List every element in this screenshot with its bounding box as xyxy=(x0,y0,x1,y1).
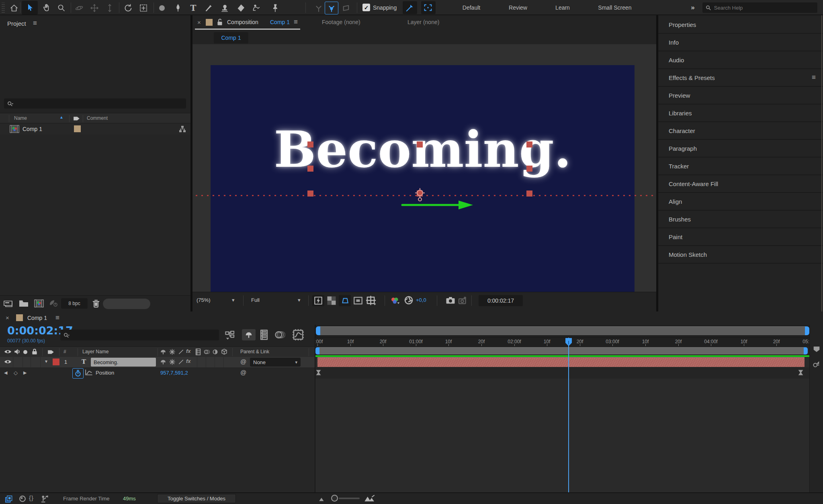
video-column-eye-icon[interactable] xyxy=(4,349,12,356)
previous-keyframe-icon[interactable]: ◀ xyxy=(4,370,7,375)
shy-layers-toggle[interactable] xyxy=(242,329,256,340)
property-value[interactable]: 957,7,591,2 xyxy=(160,370,188,376)
help-search-input[interactable] xyxy=(713,4,814,11)
project-panel-menu-icon[interactable]: ≡ xyxy=(33,19,37,27)
view-axis-mode-icon[interactable] xyxy=(341,3,351,13)
timeline-zoom-slider-knob[interactable] xyxy=(331,495,338,502)
work-area-start-handle[interactable] xyxy=(315,347,319,354)
frame-blending-toggle-icon[interactable] xyxy=(260,330,268,341)
shape-tool-icon[interactable] xyxy=(157,3,167,13)
index-column-header[interactable]: # xyxy=(63,349,66,354)
clone-stamp-tool-icon[interactable] xyxy=(219,3,230,13)
selection-handle[interactable] xyxy=(307,166,313,172)
timeline-search[interactable] xyxy=(60,330,219,340)
solo-column-icon[interactable] xyxy=(23,350,27,354)
property-name[interactable]: Position xyxy=(96,370,114,376)
chevron-down-icon[interactable]: ▾ xyxy=(298,297,301,303)
trash-icon[interactable] xyxy=(92,299,100,309)
layer-quality-switch[interactable] xyxy=(178,359,184,366)
local-axis-mode-icon[interactable] xyxy=(313,3,324,13)
toggle-switches-modes-button[interactable]: Toggle Switches / Modes xyxy=(157,494,236,503)
layer-duration-bar[interactable] xyxy=(317,357,805,367)
snapshot-camera-icon[interactable] xyxy=(446,296,455,307)
stopwatch-icon[interactable] xyxy=(72,368,84,379)
time-ruler[interactable]: 0:00f 10f 20f 01:00f 10f 20f 02:00f 10f … xyxy=(315,337,809,346)
viewer-subtab-comp1[interactable]: Comp 1 xyxy=(214,32,248,43)
composition-tab-target[interactable]: Comp 1 xyxy=(270,19,290,25)
layer-shy-switch[interactable] xyxy=(160,359,166,366)
layer-row[interactable]: ▾ 1 T Becoming. fx @ None▾ xyxy=(0,357,315,367)
snap-to-features-toggle[interactable] xyxy=(403,1,417,14)
new-composition-icon[interactable] xyxy=(34,299,44,309)
panel-tab-content-aware-fill[interactable]: Content-Aware Fill xyxy=(658,175,823,193)
exposure-icon[interactable] xyxy=(404,295,414,306)
zoom-in-mountains-icon[interactable] xyxy=(364,495,376,503)
panel-tab-libraries[interactable]: Libraries xyxy=(658,104,823,122)
workspace-default[interactable]: Default xyxy=(463,0,480,15)
flowchart-icon[interactable] xyxy=(179,125,186,134)
timeline-menu-icon[interactable]: ≡ xyxy=(55,314,59,322)
horizontal-scrollbar-thumb[interactable] xyxy=(103,299,150,309)
hand-tool-icon[interactable] xyxy=(42,3,52,13)
eraser-tool-icon[interactable] xyxy=(235,3,246,13)
type-tool-icon[interactable]: T xyxy=(188,3,199,13)
composition-mini-flowchart-icon[interactable] xyxy=(225,331,235,341)
sort-ascending-icon[interactable]: ▲ xyxy=(59,115,63,119)
project-search[interactable] xyxy=(4,98,186,109)
layer-name-column-header[interactable]: Layer Name xyxy=(82,349,109,354)
composition-canvas[interactable] xyxy=(211,65,635,292)
workspace-review[interactable]: Review xyxy=(509,0,527,15)
parent-pickwhip-icon[interactable]: @ xyxy=(240,358,246,365)
rotation-tool-icon[interactable] xyxy=(123,3,133,13)
pen-tool-icon[interactable] xyxy=(173,3,183,13)
navigator-start-handle[interactable] xyxy=(316,326,320,335)
help-search[interactable] xyxy=(702,2,817,13)
roto-brush-tool-icon[interactable] xyxy=(251,3,261,13)
canvas-text-layer[interactable]: Becoming. xyxy=(211,125,635,174)
work-area-end-handle[interactable] xyxy=(804,347,808,354)
selection-handle[interactable] xyxy=(526,141,532,148)
resolution-dropdown[interactable]: Full xyxy=(251,297,260,303)
orbit-camera-tool-icon[interactable] xyxy=(74,3,84,13)
footage-tab[interactable]: Footage (none) xyxy=(322,19,360,25)
timeline-search-input[interactable] xyxy=(72,332,216,338)
comp-button-icon[interactable] xyxy=(812,360,820,369)
tab-label-color-swatch[interactable] xyxy=(206,19,213,26)
layer-switches-pane-toggle-icon[interactable] xyxy=(5,495,14,504)
bit-depth-button[interactable]: 8 bpc xyxy=(61,298,88,309)
project-item-row[interactable]: Comp 1 xyxy=(0,123,190,135)
work-area-row[interactable] xyxy=(315,346,809,355)
time-navigator[interactable] xyxy=(316,326,809,336)
lock-column-icon[interactable] xyxy=(31,348,38,356)
snap-guides-toggle[interactable] xyxy=(421,1,436,14)
dolly-camera-tool-icon[interactable] xyxy=(104,3,115,13)
chevron-down-icon[interactable]: ▾ xyxy=(232,297,235,303)
brush-tool-icon[interactable] xyxy=(203,3,214,13)
layer-visibility-eye-icon[interactable] xyxy=(4,359,12,366)
zoom-tool-icon[interactable] xyxy=(56,3,67,13)
layer-color-swatch[interactable] xyxy=(53,359,59,365)
in-out-pane-toggle-icon[interactable]: {} xyxy=(29,494,34,501)
layer-tab[interactable]: Layer (none) xyxy=(407,19,439,25)
selection-handle[interactable] xyxy=(526,166,532,172)
workspace-learn[interactable]: Learn xyxy=(555,0,570,15)
mask-visibility-icon[interactable] xyxy=(339,295,351,306)
panel-tab-preview[interactable]: Preview xyxy=(658,87,823,104)
pan-camera-tool-icon[interactable] xyxy=(89,3,100,13)
label-color-swatch[interactable] xyxy=(74,125,81,132)
new-folder-icon[interactable] xyxy=(18,299,29,309)
transparency-grid-icon[interactable] xyxy=(327,296,336,307)
selection-handle[interactable] xyxy=(526,191,532,197)
panel-tab-paragraph[interactable]: Paragraph xyxy=(658,140,823,158)
close-icon[interactable]: × xyxy=(197,19,201,26)
panel-tab-properties[interactable]: Properties xyxy=(658,16,823,34)
panel-tab-tracker[interactable]: Tracker xyxy=(658,158,823,175)
timeline-tab-label[interactable]: Comp 1 xyxy=(27,315,47,321)
panel-menu-icon[interactable]: ≡ xyxy=(812,74,816,82)
render-time-pane-toggle-icon[interactable] xyxy=(40,495,49,504)
magnification-dropdown[interactable]: (75%) xyxy=(197,297,211,303)
project-item-name[interactable]: Comp 1 xyxy=(23,126,42,132)
home-tool-icon[interactable] xyxy=(9,3,19,13)
puppet-pin-tool-icon[interactable] xyxy=(270,3,280,13)
snapping-checkbox[interactable]: ✓ xyxy=(362,4,370,11)
